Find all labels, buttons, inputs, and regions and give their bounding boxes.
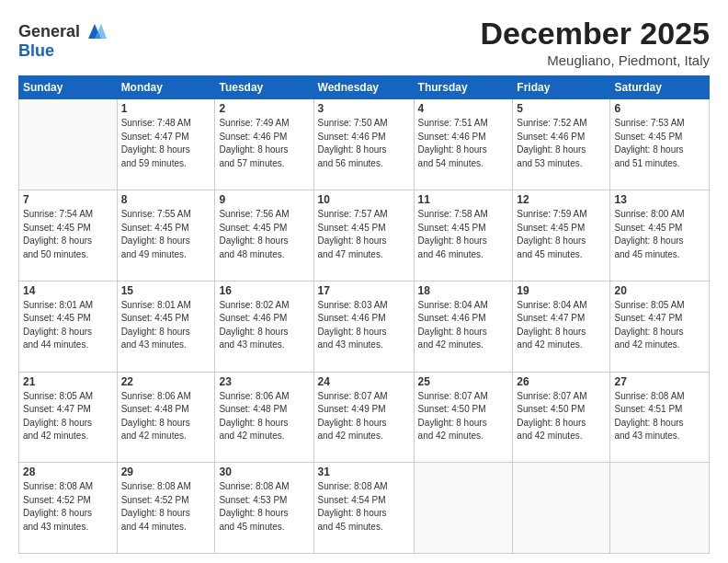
weekday-header-wednesday: Wednesday bbox=[313, 76, 414, 99]
page: General Blue December 2025 Meugliano, Pi… bbox=[0, 0, 728, 563]
day-number: 9 bbox=[219, 193, 309, 206]
calendar-cell: 1Sunrise: 7:48 AM Sunset: 4:47 PM Daylig… bbox=[117, 99, 215, 190]
cell-content: Sunrise: 7:54 AM Sunset: 4:45 PM Dayligh… bbox=[23, 208, 113, 261]
cell-content: Sunrise: 7:57 AM Sunset: 4:45 PM Dayligh… bbox=[318, 208, 410, 261]
day-number: 6 bbox=[614, 102, 705, 115]
calendar-week-2: 7Sunrise: 7:54 AM Sunset: 4:45 PM Daylig… bbox=[19, 190, 710, 282]
calendar-week-3: 14Sunrise: 8:01 AM Sunset: 4:45 PM Dayli… bbox=[19, 281, 710, 372]
calendar-cell: 21Sunrise: 8:05 AM Sunset: 4:47 PM Dayli… bbox=[19, 372, 118, 463]
day-number: 22 bbox=[121, 375, 211, 388]
day-number: 8 bbox=[121, 193, 211, 206]
cell-content: Sunrise: 8:05 AM Sunset: 4:47 PM Dayligh… bbox=[23, 390, 113, 443]
calendar-cell: 12Sunrise: 7:59 AM Sunset: 4:45 PM Dayli… bbox=[513, 190, 610, 282]
cell-content: Sunrise: 8:00 AM Sunset: 4:45 PM Dayligh… bbox=[614, 208, 705, 261]
day-number: 19 bbox=[517, 284, 606, 297]
calendar-cell: 9Sunrise: 7:56 AM Sunset: 4:45 PM Daylig… bbox=[215, 190, 313, 282]
calendar-cell: 6Sunrise: 7:53 AM Sunset: 4:45 PM Daylig… bbox=[610, 99, 710, 190]
cell-content: Sunrise: 7:53 AM Sunset: 4:45 PM Dayligh… bbox=[614, 117, 705, 170]
day-number: 14 bbox=[23, 284, 113, 297]
cell-content: Sunrise: 8:08 AM Sunset: 4:53 PM Dayligh… bbox=[219, 480, 309, 534]
day-number: 21 bbox=[23, 375, 113, 388]
cell-content: Sunrise: 7:55 AM Sunset: 4:45 PM Dayligh… bbox=[121, 208, 211, 261]
logo-text-general: General bbox=[18, 22, 80, 40]
calendar-week-5: 28Sunrise: 8:08 AM Sunset: 4:52 PM Dayli… bbox=[19, 463, 710, 554]
day-number: 3 bbox=[318, 102, 410, 115]
cell-content: Sunrise: 7:59 AM Sunset: 4:45 PM Dayligh… bbox=[517, 208, 606, 261]
calendar-cell: 26Sunrise: 8:07 AM Sunset: 4:50 PM Dayli… bbox=[513, 372, 610, 463]
cell-content: Sunrise: 7:51 AM Sunset: 4:46 PM Dayligh… bbox=[418, 117, 509, 170]
calendar-cell: 8Sunrise: 7:55 AM Sunset: 4:45 PM Daylig… bbox=[117, 190, 215, 282]
cell-content: Sunrise: 8:08 AM Sunset: 4:52 PM Dayligh… bbox=[121, 480, 211, 534]
calendar-cell: 29Sunrise: 8:08 AM Sunset: 4:52 PM Dayli… bbox=[117, 463, 215, 554]
calendar-cell: 31Sunrise: 8:08 AM Sunset: 4:54 PM Dayli… bbox=[313, 463, 414, 554]
cell-content: Sunrise: 7:56 AM Sunset: 4:45 PM Dayligh… bbox=[219, 208, 309, 261]
day-number: 5 bbox=[517, 102, 606, 115]
cell-content: Sunrise: 8:06 AM Sunset: 4:48 PM Dayligh… bbox=[121, 390, 211, 443]
calendar-cell: 17Sunrise: 8:03 AM Sunset: 4:46 PM Dayli… bbox=[313, 281, 414, 372]
calendar-week-4: 21Sunrise: 8:05 AM Sunset: 4:47 PM Dayli… bbox=[19, 372, 710, 463]
cell-content: Sunrise: 8:04 AM Sunset: 4:47 PM Dayligh… bbox=[517, 299, 606, 352]
calendar-cell: 5Sunrise: 7:52 AM Sunset: 4:46 PM Daylig… bbox=[513, 99, 610, 190]
calendar-cell: 30Sunrise: 8:08 AM Sunset: 4:53 PM Dayli… bbox=[215, 463, 313, 554]
day-number: 18 bbox=[418, 284, 509, 297]
cell-content: Sunrise: 8:08 AM Sunset: 4:54 PM Dayligh… bbox=[318, 480, 410, 534]
weekday-header-sunday: Sunday bbox=[19, 76, 118, 99]
cell-content: Sunrise: 7:48 AM Sunset: 4:47 PM Dayligh… bbox=[121, 117, 211, 170]
day-number: 28 bbox=[23, 465, 113, 478]
cell-content: Sunrise: 8:07 AM Sunset: 4:49 PM Dayligh… bbox=[318, 390, 410, 443]
calendar-cell: 7Sunrise: 7:54 AM Sunset: 4:45 PM Daylig… bbox=[19, 190, 118, 282]
cell-content: Sunrise: 7:50 AM Sunset: 4:46 PM Dayligh… bbox=[318, 117, 410, 170]
cell-content: Sunrise: 8:01 AM Sunset: 4:45 PM Dayligh… bbox=[23, 299, 113, 352]
calendar-cell: 27Sunrise: 8:08 AM Sunset: 4:51 PM Dayli… bbox=[610, 372, 710, 463]
logo: General Blue bbox=[18, 20, 107, 61]
cell-content: Sunrise: 8:07 AM Sunset: 4:50 PM Dayligh… bbox=[418, 390, 509, 443]
day-number: 11 bbox=[418, 193, 509, 206]
cell-content: Sunrise: 8:05 AM Sunset: 4:47 PM Dayligh… bbox=[614, 299, 705, 352]
calendar-cell: 25Sunrise: 8:07 AM Sunset: 4:50 PM Dayli… bbox=[414, 372, 513, 463]
calendar-cell: 23Sunrise: 8:06 AM Sunset: 4:48 PM Dayli… bbox=[215, 372, 313, 463]
day-number: 20 bbox=[614, 284, 705, 297]
cell-content: Sunrise: 8:04 AM Sunset: 4:46 PM Dayligh… bbox=[418, 299, 509, 352]
calendar-cell: 16Sunrise: 8:02 AM Sunset: 4:46 PM Dayli… bbox=[215, 281, 313, 372]
calendar-cell bbox=[19, 99, 118, 190]
calendar-cell: 18Sunrise: 8:04 AM Sunset: 4:46 PM Dayli… bbox=[414, 281, 513, 372]
calendar-cell: 14Sunrise: 8:01 AM Sunset: 4:45 PM Dayli… bbox=[19, 281, 118, 372]
calendar-cell: 19Sunrise: 8:04 AM Sunset: 4:47 PM Dayli… bbox=[513, 281, 610, 372]
calendar-cell bbox=[414, 463, 513, 554]
calendar-cell: 2Sunrise: 7:49 AM Sunset: 4:46 PM Daylig… bbox=[215, 99, 313, 190]
calendar-cell bbox=[513, 463, 610, 554]
calendar-cell: 22Sunrise: 8:06 AM Sunset: 4:48 PM Dayli… bbox=[117, 372, 215, 463]
day-number: 23 bbox=[219, 375, 309, 388]
day-number: 16 bbox=[219, 284, 309, 297]
day-number: 17 bbox=[318, 284, 410, 297]
day-number: 31 bbox=[318, 465, 410, 478]
cell-content: Sunrise: 7:52 AM Sunset: 4:46 PM Dayligh… bbox=[517, 117, 606, 170]
cell-content: Sunrise: 8:02 AM Sunset: 4:46 PM Dayligh… bbox=[219, 299, 309, 352]
calendar-cell: 13Sunrise: 8:00 AM Sunset: 4:45 PM Dayli… bbox=[610, 190, 710, 282]
calendar-cell: 15Sunrise: 8:01 AM Sunset: 4:45 PM Dayli… bbox=[117, 281, 215, 372]
calendar-table: SundayMondayTuesdayWednesdayThursdayFrid… bbox=[18, 75, 710, 554]
day-number: 29 bbox=[121, 465, 211, 478]
cell-content: Sunrise: 8:07 AM Sunset: 4:50 PM Dayligh… bbox=[517, 390, 606, 443]
cell-content: Sunrise: 8:03 AM Sunset: 4:46 PM Dayligh… bbox=[318, 299, 410, 352]
logo-icon bbox=[83, 20, 107, 44]
calendar-cell: 11Sunrise: 7:58 AM Sunset: 4:45 PM Dayli… bbox=[414, 190, 513, 282]
day-number: 10 bbox=[318, 193, 410, 206]
day-number: 27 bbox=[614, 375, 705, 388]
weekday-header-thursday: Thursday bbox=[414, 76, 513, 99]
day-number: 30 bbox=[219, 465, 309, 478]
weekday-header-monday: Monday bbox=[117, 76, 215, 99]
day-number: 26 bbox=[517, 375, 606, 388]
calendar-cell: 28Sunrise: 8:08 AM Sunset: 4:52 PM Dayli… bbox=[19, 463, 118, 554]
day-number: 15 bbox=[121, 284, 211, 297]
cell-content: Sunrise: 8:08 AM Sunset: 4:52 PM Dayligh… bbox=[23, 480, 113, 534]
day-number: 12 bbox=[517, 193, 606, 206]
cell-content: Sunrise: 8:01 AM Sunset: 4:45 PM Dayligh… bbox=[121, 299, 211, 352]
day-number: 2 bbox=[219, 102, 309, 115]
weekday-header-row: SundayMondayTuesdayWednesdayThursdayFrid… bbox=[19, 76, 710, 99]
calendar-cell bbox=[610, 463, 710, 554]
cell-content: Sunrise: 8:06 AM Sunset: 4:48 PM Dayligh… bbox=[219, 390, 309, 443]
cell-content: Sunrise: 7:49 AM Sunset: 4:46 PM Dayligh… bbox=[219, 117, 309, 170]
day-number: 25 bbox=[418, 375, 509, 388]
cell-content: Sunrise: 7:58 AM Sunset: 4:45 PM Dayligh… bbox=[418, 208, 509, 261]
